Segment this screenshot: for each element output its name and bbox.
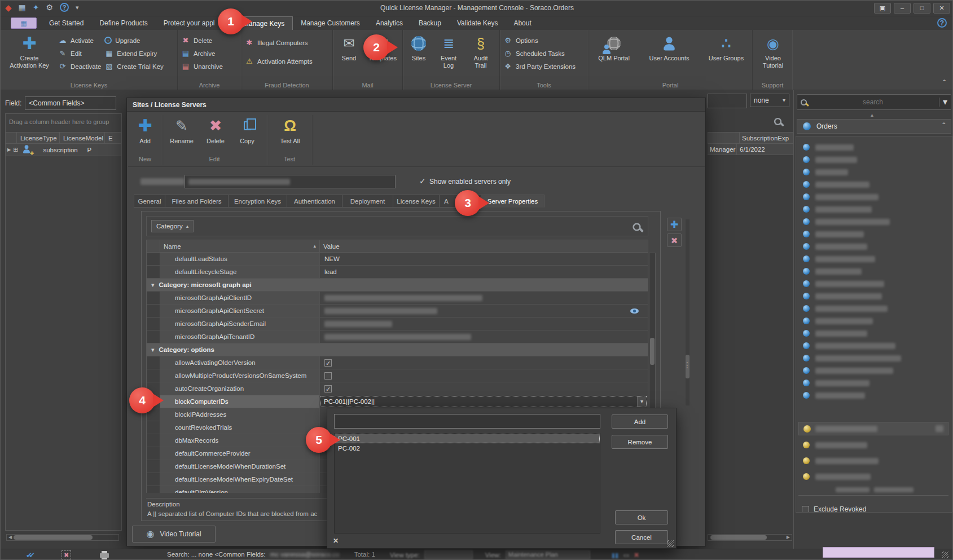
filter-exclude-revoked[interactable]: Exclude Revoked bbox=[802, 505, 866, 513]
column-license-model[interactable]: LicenseModel bbox=[60, 133, 105, 143]
extend-expiry-button[interactable]: Extend Expiry bbox=[104, 48, 163, 58]
view-type-combobox[interactable] bbox=[424, 550, 473, 559]
ribbon-collapse-icon[interactable] bbox=[943, 79, 946, 87]
list-item[interactable] bbox=[803, 205, 872, 213]
test-all-button[interactable]: Test All bbox=[273, 116, 308, 153]
dropdown-arrow-icon[interactable] bbox=[637, 396, 646, 407]
left-horizontal-scrollbar[interactable] bbox=[6, 534, 119, 541]
column-subscription-exp[interactable]: SubscriptionExp bbox=[740, 135, 789, 142]
activation-attempts-button[interactable]: Activation Attempts bbox=[245, 56, 330, 66]
property-value[interactable] bbox=[320, 292, 648, 304]
third-party-extensions-button[interactable]: 3rd Party Extensions bbox=[503, 61, 586, 71]
archived-section-header[interactable] bbox=[798, 422, 948, 435]
field-combobox[interactable]: <Common Fields> bbox=[25, 96, 116, 110]
property-row[interactable]: autoCreateOrganization bbox=[147, 382, 648, 395]
user-groups-button[interactable]: User Groups bbox=[702, 32, 750, 80]
event-log-button[interactable]: Event Log bbox=[434, 32, 463, 80]
add-property-button[interactable] bbox=[667, 218, 682, 231]
popup-ok-button[interactable]: Ok bbox=[615, 510, 668, 524]
checkbox-icon[interactable] bbox=[802, 506, 809, 513]
middle-filter-input[interactable] bbox=[708, 94, 747, 108]
middle-horizontal-scrollbar[interactable] bbox=[708, 534, 792, 541]
list-item[interactable] bbox=[803, 230, 864, 238]
print-icon[interactable] bbox=[100, 552, 109, 559]
illegal-computers-button[interactable]: Illegal Computers bbox=[245, 38, 330, 47]
tab-license-keys[interactable]: License Keys bbox=[393, 195, 440, 208]
list-item[interactable] bbox=[803, 473, 871, 480]
list-item[interactable]: PC-001 bbox=[335, 434, 600, 443]
section-collapse-icon[interactable] bbox=[942, 122, 945, 130]
edit-button[interactable]: Edit bbox=[58, 48, 101, 58]
upgrade-button[interactable]: Upgrade bbox=[104, 36, 163, 45]
tab-files-and-folders[interactable]: Files and Folders bbox=[165, 195, 229, 208]
server-combobox[interactable] bbox=[185, 175, 396, 188]
rename-server-button[interactable]: Rename bbox=[165, 116, 198, 153]
list-item[interactable] bbox=[803, 379, 869, 387]
unarchive-button[interactable]: Unarchive bbox=[181, 61, 239, 71]
property-value[interactable] bbox=[320, 356, 648, 369]
list-item[interactable] bbox=[803, 292, 882, 300]
list-item[interactable] bbox=[803, 180, 869, 188]
list-item[interactable] bbox=[803, 342, 895, 350]
list-item[interactable] bbox=[803, 255, 875, 263]
create-trial-key-button[interactable]: Create Trial Key bbox=[104, 61, 163, 71]
app-menu-button[interactable] bbox=[11, 17, 37, 29]
window-resize-grip[interactable] bbox=[942, 552, 948, 558]
chart-icon[interactable]: ▮▮ bbox=[612, 551, 619, 559]
list-item[interactable] bbox=[803, 280, 884, 288]
property-row[interactable]: microsoftGraphApiClientSecret bbox=[147, 305, 648, 318]
property-row[interactable]: microsoftGraphApiSenderEmail bbox=[147, 318, 648, 330]
property-row[interactable]: blockComputerIDsPC-001||PC-002|| bbox=[147, 395, 648, 408]
list-item[interactable] bbox=[803, 329, 867, 337]
maximize-button[interactable] bbox=[914, 3, 930, 14]
tab-get-started[interactable]: Get Started bbox=[41, 16, 91, 30]
middle-filter-combobox[interactable]: none bbox=[750, 94, 789, 107]
orders-section-header[interactable]: Orders bbox=[797, 119, 951, 134]
property-row[interactable]: allowActivatingOlderVersion bbox=[147, 356, 648, 369]
dialog-video-tutorial-button[interactable]: Video Tutorial bbox=[132, 526, 216, 543]
scroll-left-icon[interactable] bbox=[8, 535, 12, 540]
dialog-scrollbar[interactable] bbox=[686, 219, 690, 405]
tab-backup[interactable]: Backup bbox=[411, 16, 449, 30]
show-enabled-check-icon[interactable] bbox=[419, 177, 426, 185]
ribbon-help-icon[interactable]: ? bbox=[937, 18, 947, 28]
license-grid-row[interactable]: subscription P bbox=[6, 144, 121, 156]
category-group-chip[interactable]: Category bbox=[151, 220, 194, 232]
users-status-icon[interactable] bbox=[634, 552, 639, 559]
delete-button[interactable]: Delete bbox=[181, 36, 239, 45]
archive-button[interactable]: Archive bbox=[181, 48, 239, 58]
sidebar-search-input[interactable] bbox=[811, 98, 934, 107]
list-item[interactable] bbox=[803, 441, 867, 449]
popup-remove-button[interactable]: Remove bbox=[612, 435, 668, 449]
tab-server-properties[interactable]: Server Properties bbox=[481, 195, 544, 208]
middle-search-icon[interactable] bbox=[775, 117, 781, 127]
list-item[interactable] bbox=[803, 457, 879, 465]
list-item[interactable] bbox=[803, 305, 888, 312]
popup-cancel-button[interactable]: Cancel bbox=[615, 530, 668, 544]
column-expiry[interactable]: E bbox=[105, 133, 121, 143]
scroll-right-icon[interactable] bbox=[787, 535, 790, 540]
tab-deployment[interactable]: Deployment bbox=[342, 195, 393, 208]
column-license-type[interactable]: LicenseType bbox=[17, 133, 60, 143]
collapse-icon[interactable] bbox=[151, 282, 155, 288]
audit-trail-button[interactable]: Audit Trail bbox=[466, 32, 495, 80]
property-value[interactable] bbox=[320, 305, 648, 317]
close-button[interactable] bbox=[933, 3, 950, 14]
popup-new-item-input[interactable] bbox=[334, 414, 600, 429]
popup-resize-grip[interactable] bbox=[667, 540, 674, 547]
list-item[interactable] bbox=[803, 193, 879, 201]
scheduled-tasks-button[interactable]: Scheduled Tasks bbox=[503, 48, 586, 58]
property-value[interactable] bbox=[320, 369, 648, 382]
monitor-icon[interactable]: ▭ bbox=[623, 551, 629, 559]
scrollbar-thumb[interactable] bbox=[650, 338, 655, 365]
list-item[interactable] bbox=[803, 367, 893, 374]
activate-button[interactable]: Activate bbox=[58, 36, 101, 45]
popup-close-icon[interactable]: ✕ bbox=[333, 537, 339, 545]
checkbox-icon[interactable] bbox=[324, 359, 332, 367]
property-category-row[interactable]: Category: options bbox=[147, 343, 648, 356]
fullscreen-button[interactable] bbox=[874, 3, 891, 14]
view-combobox[interactable]: Maintenance Plan bbox=[506, 550, 590, 559]
grid-search-icon[interactable] bbox=[634, 222, 640, 232]
row-expand-icon[interactable] bbox=[7, 148, 11, 152]
deactivate-button[interactable]: Deactivate bbox=[58, 61, 101, 71]
